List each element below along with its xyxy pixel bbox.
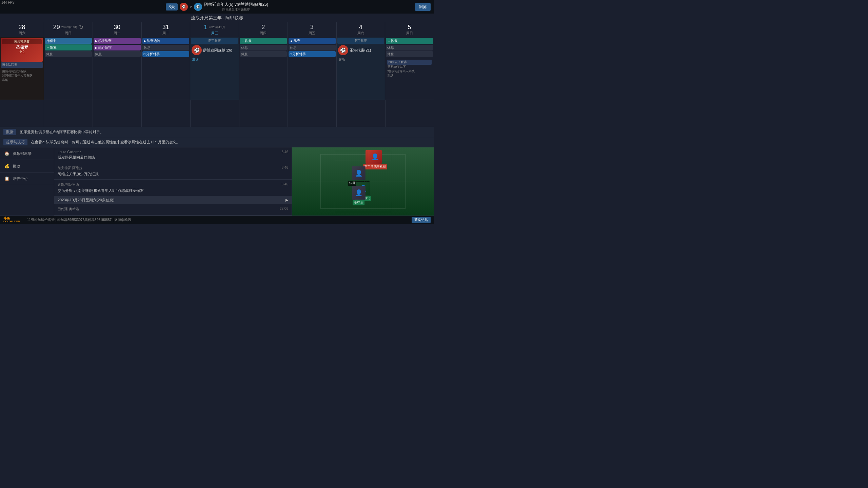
cal-col-29: 行程中 ↔恢复 休息 [44,37,93,100]
fps-counter: 144 FPS [1,1,15,4]
news-1-body: 阿维拉关于加尔万的汇报 [58,171,288,177]
match-event-28-label: 南美杯决赛 [2,39,42,44]
day-29-num: 29 [53,24,60,31]
opp-face-1: 👤 [368,150,382,164]
cal-day-29: 29 2023年10月 ↻ 周日 [44,22,93,37]
match-venue-day1: 主场 [191,57,238,62]
empty-schedule-rows [0,100,434,127]
browse-button[interactable]: 浏览 [415,3,431,11]
event-5-3[interactable]: 休息 [386,51,433,57]
player-face-martel: 👤 [352,166,366,180]
event-5-2[interactable]: 休息 [386,45,433,50]
cal-day-31: 31 周二 [142,22,191,37]
event-31-2[interactable]: 休息 [142,45,190,50]
match-venue-day4: 客场 [337,57,384,62]
event-29-2[interactable]: ↔恢复 [45,44,92,50]
day-2-weekday: 周四 [240,31,287,36]
sidebar-item-finance[interactable]: 💰 财政 [0,160,54,172]
sidebar-overview-label: 俱乐部愿景 [13,151,32,156]
sidebar: 🏠 俱乐部愿景 💰 财政 📋 培养中心 [0,147,54,216]
player-card-gk[interactable]: 👤 希亚戈 [352,186,366,205]
event-29-1[interactable]: 行程中 [45,38,92,44]
hint2-label: 提示与技巧 [3,139,27,145]
day-3-weekday: 周五 [289,31,336,36]
event-2-3[interactable]: 休息 [240,51,287,57]
match-event-28-team: 圣保罗 [2,45,42,50]
match-team-badge-day1: ⚽ [192,45,202,55]
sidebar-item-overview[interactable]: 🏠 俱乐部愿景 [0,147,54,160]
sidebar-item-training[interactable]: 📋 培养中心 [0,172,54,185]
day-2-num: 2 [240,24,287,31]
event-31-3[interactable]: □分析对手 [142,51,190,57]
calendar-body: 南美杯决赛 圣保罗 中立 预备队联赛 国防与司法预备队 对阿根廷青年人预备队 客… [0,37,434,100]
main-bottom-area: 🏠 俱乐部愿景 💰 财政 📋 培养中心 Laura Gutierrez 8:46… [0,147,434,216]
youth-detail-28: 国防与司法预备队 对阿根廷青年人预备队 客场 [1,68,43,83]
news-3-time: 22:06 [280,207,288,211]
news-2-time: 8:46 [282,182,288,187]
accordion-chevron: ▶ [285,198,288,202]
cal-day-28: 28 周六 [0,22,44,37]
news-date-accordion[interactable]: 2023年10月28日星期六(20条信息) ▶ [54,196,292,204]
day-1-num: 1 [204,24,208,31]
event-3-2[interactable]: 休息 [289,45,336,50]
event-31-1[interactable]: ▶防守边路 [142,38,190,44]
formation-field: 👤 伦佐·特茨菲 👤 阿兰罗德里格斯 👤 法昆多·马特尔 👤 马龙 [292,147,434,216]
news-panel: Laura Gutierrez 8:46 我发路风飙间最佳教练 莱安德罗·阿维拉… [54,147,292,216]
hint-bar-2: 提示与技巧 在查看本队球员信息时，你可以通过点击他的属性值来查看该属性在过去12… [0,137,434,147]
refresh-icon[interactable]: ↻ [79,24,83,30]
get-key-button[interactable]: 获奖钥匙 [412,217,431,223]
day-28-num: 28 [1,24,43,31]
youth-league-label: 预备队联赛 [2,63,17,67]
day-4-num: 4 [337,24,384,31]
away-team-badge: ⚽ [194,3,202,11]
match-event-28[interactable]: 南美杯决赛 圣保罗 中立 [1,38,43,62]
event-2-1[interactable]: ↔恢复 [240,38,287,44]
event-2-2[interactable]: 休息 [240,45,287,50]
news-item-2[interactable]: 古斯塔沃·里西 8:46 赛后分析：(南美杯)阿根廷青年人5-4点球战胜圣保罗 [54,180,292,196]
match-event-28-venue: 中立 [2,50,42,54]
match-info: 3天 ⚽ v ⚽ 阿根廷青年人(6) v萨兰迪阿森纳(26) 阿根廷足球甲级联赛 [3,2,431,12]
event-3-3[interactable]: □分析对手 [289,51,336,57]
cal-col-4: 阿甲联赛 ⚽ 圣洛伦索(21) 客场 [337,37,386,100]
news-1-author: 莱安德罗·阿维拉 [58,166,82,170]
news-0-author: Laura Gutierrez [58,150,81,154]
day-28-weekday: 周六 [1,31,43,36]
match-league-day1: 阿甲联赛 [191,38,238,44]
youth-detail-5: 20岁以下联赛 圣罗20岁以下 对阿根廷青年人年队 主场 [386,59,433,79]
ticker-text: 11级粉丝牌给房管 | 粉丝群596533076黑粉群596190687 | 微… [27,218,405,222]
cal-col-30: ▶积极防守 ▶耐心防守 休息 [93,37,142,100]
overview-icon: 🏠 [3,150,10,157]
cal-day-2: 2 周四 [239,22,288,37]
cal-day-5: 5 周日 [385,22,434,37]
event-30-3[interactable]: 休息 [94,51,141,57]
event-3-1[interactable]: ▲防守 [289,38,336,44]
news-0-time: 8:46 [282,150,288,154]
cal-col-28: 南美杯决赛 圣保罗 中立 预备队联赛 国防与司法预备队 对阿根廷青年人预备队 客… [0,37,44,100]
news-2-body: 赛后分析：(南美杯)阿根廷青年人5-4点球战胜圣保罗 [58,188,288,193]
day-5-weekday: 周日 [386,31,433,36]
news-item-0[interactable]: Laura Gutierrez 8:46 我发路风飙间最佳教练 [54,147,292,163]
event-30-2[interactable]: ▶耐心防守 [94,45,141,51]
news-item-1[interactable]: 莱安德罗·阿维拉 8:46 阿维拉关于加尔万的汇报 [54,163,292,180]
vs-label: v [190,4,192,9]
match-league-day4: 阿甲联赛 [337,38,384,44]
event-30-1[interactable]: ▶积极防守 [94,38,141,44]
match-title: 阿根廷青年人(6) v萨兰迪阿森纳(26) [204,2,268,7]
page-title: 流浪开局第三年 - 阿甲联赛 [0,14,434,22]
event-5-1[interactable]: ↔恢复 [386,38,433,44]
news-2-author: 古斯塔沃·里西 [58,182,79,187]
match-days[interactable]: 3天 [166,3,178,11]
hint2-text: 在查看本队球员信息时，你可以通过点击他的属性值来查看该属性在过去12个月里的变化… [31,140,180,145]
youth-event-28: 预备队联赛 [1,62,43,68]
cal-day-3: 3 周五 [288,22,337,37]
match-team-day1[interactable]: ⚽ 萨兰迪阿森纳(26) [191,44,238,56]
event-29-3[interactable]: 休息 [45,51,92,57]
match-team-day4[interactable]: ⚽ 圣洛伦索(21) [337,44,384,56]
cal-day-1: 1 2023年11月 周三 [190,22,239,37]
player-face-gk: 👤 [352,186,366,200]
day-3-num: 3 [289,24,336,31]
formation-panel: 👤 伦佐·特茨菲 👤 阿兰罗德里格斯 👤 法昆多·马特尔 👤 马龙 [292,147,434,216]
training-icon: 📋 [3,175,10,182]
cal-day-4: 4 周六 [337,22,386,37]
news-item-3[interactable]: 巴伦廷 奥精达 22:06 [54,204,292,216]
